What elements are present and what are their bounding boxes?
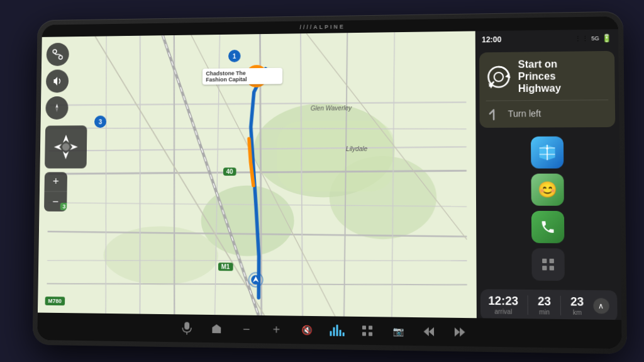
minus-icon[interactable]: −: [238, 320, 255, 338]
left-sidebar: + − 3: [44, 42, 88, 211]
duration-item: 23 min: [538, 294, 551, 315]
phone-app-icon[interactable]: [531, 210, 565, 242]
nav-main-instruction: Start on Princes Highway: [518, 57, 561, 94]
svg-rect-47: [550, 265, 554, 269]
status-icons: ⋮⋮ 5G 🔋: [574, 33, 612, 43]
svg-marker-35: [63, 151, 69, 159]
app-icons-area: 😊: [475, 130, 621, 286]
svg-point-40: [494, 72, 503, 81]
distance-value: 23: [570, 295, 584, 308]
svg-marker-37: [70, 144, 77, 150]
mute-icon[interactable]: 🔇: [297, 320, 315, 339]
arrival-time-item: 12:23 arrival: [488, 294, 518, 315]
eta-chevron-button[interactable]: ∧: [593, 297, 609, 313]
svg-rect-45: [550, 258, 554, 263]
music-bars: [330, 324, 344, 336]
prev-track-icon[interactable]: [419, 322, 438, 341]
svg-rect-46: [542, 265, 547, 269]
nav-card: Start on Princes Highway Turn left: [479, 50, 615, 127]
svg-point-3: [201, 185, 294, 256]
nav-secondary-row: Turn left: [486, 105, 609, 121]
volume-button[interactable]: [46, 69, 69, 93]
road-badge-1: 1: [228, 50, 241, 62]
zoom-controls: + − 3: [44, 172, 67, 212]
route-button[interactable]: [47, 42, 69, 65]
camera-icon[interactable]: 📷: [389, 322, 408, 340]
eta-bar: 12:23 arrival 23 min 23 km ∧: [480, 288, 618, 319]
svg-marker-57: [460, 327, 465, 336]
map-area: 🏬 Chadstone The Fashion Capital Glen Wav…: [38, 31, 477, 318]
screen-area: 🏬 Chadstone The Fashion Capital Glen Wav…: [38, 29, 621, 320]
apps-grid-icon[interactable]: [358, 322, 376, 340]
svg-marker-54: [429, 327, 434, 336]
turn-arrow-icon: [486, 106, 502, 121]
device-inner: ////ALPINE: [37, 16, 621, 349]
status-bar: 12:00 ⋮⋮ 5G 🔋: [475, 29, 618, 48]
arrival-time-label: arrival: [494, 307, 512, 315]
zoom-level-badge: 3: [60, 203, 67, 210]
right-panel: 12:00 ⋮⋮ 5G 🔋: [475, 29, 621, 320]
destination-label: Chadstone The Fashion Capital: [202, 67, 282, 84]
mic-icon[interactable]: [178, 319, 196, 337]
music-icon[interactable]: [328, 321, 345, 339]
status-time: 12:00: [482, 35, 501, 43]
zoom-in-button[interactable]: +: [44, 172, 67, 191]
network-indicator: 5G: [591, 35, 599, 41]
maps-app-icon[interactable]: [531, 136, 564, 168]
svg-rect-5: [277, 120, 395, 191]
eta-divider-2: [560, 295, 561, 315]
svg-rect-52: [362, 332, 366, 336]
brand-text: ////ALPINE: [299, 23, 345, 30]
svg-point-30: [53, 49, 57, 53]
svg-point-38: [62, 143, 70, 150]
svg-rect-48: [184, 322, 189, 329]
svg-point-31: [59, 55, 63, 59]
glen-waverley-label: Glen Waverley: [311, 105, 352, 111]
svg-rect-50: [362, 325, 366, 329]
svg-rect-51: [369, 325, 372, 329]
svg-marker-56: [455, 327, 460, 336]
svg-marker-55: [424, 327, 429, 336]
plus-icon[interactable]: +: [267, 320, 285, 339]
turn-left-instruction: Turn left: [508, 108, 541, 118]
svg-marker-33: [55, 108, 58, 112]
roundabout-icon: [486, 64, 511, 89]
waze-app-icon[interactable]: 😊: [531, 173, 564, 205]
m780-badge: M780: [45, 297, 65, 305]
distance-item: 23 km: [570, 295, 584, 315]
home-icon[interactable]: [208, 319, 225, 337]
grid-app-icon[interactable]: [531, 247, 565, 280]
arrival-time-value: 12:23: [488, 294, 518, 308]
svg-marker-32: [56, 103, 58, 108]
nav-main-row: Start on Princes Highway: [486, 57, 608, 101]
road-badge-40: 40: [223, 167, 236, 176]
road-badge-3: 3: [94, 115, 106, 128]
duration-value: 23: [538, 294, 551, 308]
eta-divider-1: [528, 295, 528, 314]
device-outer: ////ALPINE: [33, 11, 628, 354]
road-badge-m1: M1: [218, 263, 233, 271]
svg-marker-34: [63, 134, 69, 142]
next-track-icon[interactable]: [451, 322, 469, 341]
svg-rect-44: [542, 258, 547, 263]
lilydale-label: Lilydale: [346, 145, 367, 152]
svg-marker-36: [54, 144, 62, 150]
svg-rect-53: [369, 332, 372, 336]
distance-label: km: [573, 308, 582, 316]
duration-label: min: [539, 308, 550, 315]
compass-button[interactable]: [45, 96, 68, 119]
pan-control[interactable]: [45, 125, 87, 168]
